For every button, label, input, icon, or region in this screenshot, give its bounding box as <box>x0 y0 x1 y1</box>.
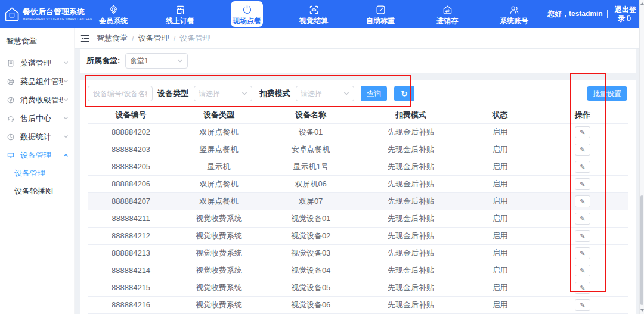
sidebar-item-device-mgmt[interactable]: 设备管理 <box>0 146 74 164</box>
sidebar-item-dish-component-mgmt[interactable]: 菜品组件管理 <box>0 72 74 91</box>
batch-settings-button[interactable]: 批量设置 <box>587 86 627 101</box>
cell-fee-mode: 先现金后补贴 <box>358 175 463 192</box>
nav-item-onsite-order[interactable]: 现场点餐 <box>213 0 280 28</box>
nav-label: 现场点餐 <box>233 17 261 24</box>
device-table: 设备编号 设备类型 设备名称 扣费模式 状态 操作 888884202 双屏点餐… <box>88 107 628 314</box>
scrollbar-up-arrow[interactable] <box>640 2 644 5</box>
edit-icon <box>580 162 585 171</box>
column-header-fee-mode: 扣费模式 <box>358 107 463 123</box>
nav-item-online-order[interactable]: 线上订餐 <box>147 0 213 28</box>
refresh-icon <box>401 90 408 98</box>
cell-status: 启用 <box>463 296 536 313</box>
edit-button[interactable] <box>575 195 590 207</box>
cell-fee-mode: 先现金后补贴 <box>358 141 463 158</box>
main-content: 智慧食堂 / 设备管理 / 设备管理 所属食堂: 食堂1 设备类型 请选择 <box>75 28 639 314</box>
gem-icon <box>108 4 119 15</box>
sidebar-item-cashier-mgmt[interactable]: 消费收银管理 <box>0 91 74 109</box>
scrollbar[interactable] <box>639 0 644 314</box>
edit-icon <box>580 128 585 136</box>
cell-device-name: 视觉设备03 <box>264 244 358 262</box>
edit-button[interactable] <box>575 265 590 276</box>
cell-status: 启用 <box>463 244 536 262</box>
scrollbar-down-arrow[interactable] <box>640 309 644 312</box>
sidebar-title: 智慧食堂 <box>0 28 74 51</box>
app-window: 餐饮后台管理系统 MANAGEMENT SYSTEM OF SMART CANT… <box>0 0 644 314</box>
cell-fee-mode: 先现金后补贴 <box>358 227 463 244</box>
edit-button[interactable] <box>575 161 590 173</box>
edit-button[interactable] <box>575 247 590 259</box>
storefront-icon <box>175 4 186 15</box>
query-button[interactable]: 查询 <box>361 86 387 101</box>
cell-device-name: 视觉设备02 <box>264 227 358 244</box>
fee-mode-placeholder: 请选择 <box>301 89 322 99</box>
chevron-down-icon <box>63 116 69 121</box>
cell-fee-mode: 先现金后补贴 <box>358 262 463 279</box>
edit-button[interactable] <box>575 213 590 225</box>
edit-button[interactable] <box>575 299 590 311</box>
device-search-input[interactable] <box>88 86 153 101</box>
canteen-select[interactable]: 食堂1 <box>125 53 188 69</box>
breadcrumb-item-home[interactable]: 智慧食堂 <box>97 33 128 43</box>
breadcrumb-item-device-mgmt[interactable]: 设备管理 <box>138 33 169 43</box>
nav-item-inventory[interactable]: 进销存 <box>414 0 481 28</box>
nav-item-vision-settle[interactable]: 视觉结算 <box>280 0 347 28</box>
cell-actions <box>537 175 628 192</box>
cell-actions <box>537 192 628 210</box>
sidebar-subitem-device-carousel[interactable]: 设备轮播图 <box>0 182 74 200</box>
sidebar-item-label: 消费收银管理 <box>20 95 63 105</box>
sidebar-item-data-statistics[interactable]: 数据统计 <box>0 128 74 146</box>
sidebar: 智慧食堂 菜谱管理 菜品组件管理 消费收银管理 售后中心 <box>0 28 75 314</box>
sidebar-item-aftersale-center[interactable]: 售后中心 <box>0 109 74 128</box>
breadcrumb: 智慧食堂 / 设备管理 / 设备管理 <box>97 33 210 43</box>
sidebar-item-recipe-mgmt[interactable]: 菜谱管理 <box>0 54 74 72</box>
edit-button[interactable] <box>575 178 590 190</box>
sidebar-subitem-label: 设备轮播图 <box>14 186 53 197</box>
cell-fee-mode: 先现金后补贴 <box>358 192 463 210</box>
cell-fee-mode: 先现金后补贴 <box>358 279 463 296</box>
sidebar-subitem-device-mgmt[interactable]: 设备管理 <box>0 164 74 182</box>
cell-actions <box>537 227 628 244</box>
filter-row: 设备类型 请选择 扣费模式 请选择 查询 批量设置 <box>88 85 628 102</box>
edit-button[interactable] <box>575 230 590 242</box>
chevron-up-icon <box>63 153 69 158</box>
scrollbar-thumb[interactable] <box>640 195 643 305</box>
warehouse-icon <box>442 4 453 15</box>
device-table-head: 设备编号 设备类型 设备名称 扣费模式 状态 操作 <box>88 107 628 123</box>
cell-status: 启用 <box>463 141 536 158</box>
cell-actions <box>537 210 628 227</box>
cell-device-number: 888884202 <box>88 123 174 141</box>
menu-fold-icon[interactable] <box>80 33 90 43</box>
nav-item-self-weigh[interactable]: 自助称重 <box>347 0 414 28</box>
cell-device-number: 888884212 <box>88 227 174 244</box>
cell-device-type: 视觉收费系统 <box>174 244 264 262</box>
table-row: 888884202 双屏点餐机 设备01 先现金后补贴 启用 <box>88 123 628 141</box>
nav-label: 视觉结算 <box>299 17 328 24</box>
table-row: 888884211 视觉收费系统 视觉设备01 先现金后补贴 启用 <box>88 210 628 227</box>
nav-item-system-account[interactable]: 系统账号 <box>481 0 547 28</box>
cell-status: 启用 <box>463 210 536 227</box>
device-type-select[interactable]: 请选择 <box>194 86 252 101</box>
edit-button[interactable] <box>575 126 590 138</box>
cell-status: 启用 <box>463 158 536 175</box>
main-nav: 会员系统 线上订餐 现场点餐 <box>80 0 547 28</box>
logout-label: 退出登录 <box>615 5 636 23</box>
refresh-button[interactable] <box>394 86 414 101</box>
table-row: 888884213 视觉收费系统 视觉设备03 先现金后补贴 启用 <box>88 244 628 262</box>
edit-button[interactable] <box>575 144 590 156</box>
stats-icon <box>7 133 15 141</box>
column-header-device-number: 设备编号 <box>88 107 174 123</box>
logout-button[interactable]: 退出登录 <box>612 5 639 23</box>
table-row: 888884215 视觉收费系统 视觉设备05 先现金后补贴 启用 <box>88 279 628 296</box>
divider <box>607 10 608 18</box>
nav-item-member-system[interactable]: 会员系统 <box>80 0 147 28</box>
cell-device-type: 显示机 <box>174 158 264 175</box>
recipe-icon <box>7 59 15 67</box>
canteen-filter-bar: 所属食堂: 食堂1 <box>80 49 636 73</box>
cell-device-number: 888884213 <box>88 244 174 262</box>
edit-button[interactable] <box>575 282 590 294</box>
cell-fee-mode: 先现金后补贴 <box>358 210 463 227</box>
cell-device-name: 安卓点餐机 <box>264 141 358 158</box>
fee-mode-select[interactable]: 请选择 <box>296 86 354 101</box>
device-list-card: 设备类型 请选择 扣费模式 请选择 查询 批量设置 <box>80 80 636 314</box>
edit-icon <box>580 266 585 275</box>
